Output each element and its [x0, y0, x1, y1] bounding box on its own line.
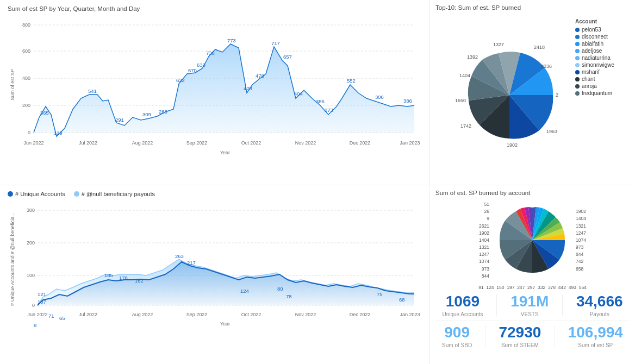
svg-text:1404: 1404 — [459, 73, 470, 78]
legend-label-2: abialfatih — [582, 41, 603, 47]
svg-text:400: 400 — [22, 76, 30, 81]
stat-value-payouts: 34,666 — [576, 293, 623, 310]
stat-est-sp: 106,994 Sum of est SP — [568, 324, 623, 348]
legend-item-1: disconnect — [575, 34, 630, 40]
svg-text:Nov 2022: Nov 2022 — [295, 140, 316, 146]
svg-text:1742: 1742 — [460, 123, 471, 129]
top-right-title: Top-10: Sum of est. SP burned — [435, 4, 630, 11]
bottom-legend-light: # @null beneficiary payouts — [74, 191, 155, 197]
top-left-panel: Sum of est SP by Year, Quarter, Month an… — [0, 0, 429, 185]
top-pie-chart: 2621 1963 1902 1742 1650 1404 1392 1327 … — [450, 38, 558, 152]
bottom-line-chart: 300 200 100 0 # Unique Accounts and # @n… — [8, 199, 421, 346]
svg-text:273: 273 — [325, 107, 333, 113]
bottom-legend-light-label: # @null beneficiary payouts — [82, 191, 155, 197]
svg-text:Sep 2022: Sep 2022 — [186, 140, 208, 146]
legend-label-8: anroja — [582, 83, 597, 89]
svg-text:386: 386 — [316, 98, 325, 104]
legend-item-9: fredquantum — [575, 90, 630, 96]
legend-dot-4 — [575, 56, 580, 60]
bottom-right-title: Sum of est. SP burned by account — [435, 190, 630, 196]
stat-label-unique: Unique Accounts — [442, 311, 483, 317]
legend-label-4: nadiaturrina — [582, 55, 611, 61]
legend-label-7: chant — [582, 76, 595, 82]
svg-text:600: 600 — [22, 48, 30, 54]
legend-list: pelon53 disconnect abialfatih adeljose — [575, 27, 630, 96]
top-right-legend: Account pelon53 disconnect abialfatih — [575, 13, 630, 177]
legend-item-5: simonnwigwe — [575, 62, 630, 68]
svg-text:717: 717 — [271, 40, 280, 46]
stat-label-steem: Sum of STEEM — [499, 342, 541, 348]
stat-value-vests: 191M — [511, 293, 549, 310]
bottom-legend-dark: # Unique Accounts — [8, 191, 65, 197]
svg-text:309: 309 — [142, 111, 151, 117]
svg-text:Sep 2022: Sep 2022 — [186, 312, 208, 317]
svg-text:1902: 1902 — [507, 142, 518, 148]
legend-label-1: disconnect — [582, 34, 608, 40]
svg-text:404: 404 — [294, 91, 303, 97]
svg-text:200: 200 — [22, 103, 30, 108]
legend-label-0: pelon53 — [582, 27, 601, 33]
svg-text:365: 365 — [40, 110, 49, 116]
svg-text:Oct 2022: Oct 2022 — [241, 140, 262, 146]
svg-text:75: 75 — [377, 291, 383, 297]
svg-text:306: 306 — [375, 94, 384, 100]
svg-text:Jan 2023: Jan 2023 — [400, 312, 420, 317]
top-right-panel: Top-10: Sum of est. SP burned — [429, 0, 635, 185]
legend-dot-6 — [575, 70, 580, 74]
stat-value-steem: 72930 — [499, 324, 541, 341]
svg-text:178: 178 — [119, 275, 128, 281]
svg-text:1327: 1327 — [493, 42, 504, 47]
divider-4 — [555, 325, 555, 347]
svg-text:263: 263 — [175, 253, 184, 259]
top-pie-area: 2621 1963 1902 1742 1650 1404 1392 1327 … — [435, 13, 572, 177]
legend-dot-7 — [575, 77, 580, 81]
legend-item-8: anroja — [575, 83, 630, 89]
svg-text:217: 217 — [187, 260, 196, 266]
svg-text:124: 124 — [240, 288, 249, 294]
svg-text:622: 622 — [176, 77, 185, 83]
svg-text:1650: 1650 — [455, 98, 466, 103]
svg-text:285: 285 — [159, 109, 167, 115]
svg-text:2621: 2621 — [556, 92, 558, 98]
top-left-title: Sum of est SP by Year, Quarter, Month an… — [8, 5, 422, 12]
stat-unique-accounts: 1069 Unique Accounts — [442, 293, 483, 317]
svg-text:1392: 1392 — [467, 54, 478, 60]
svg-text:121: 121 — [38, 291, 46, 297]
svg-text:68: 68 — [399, 297, 405, 303]
stat-label-sbd: Sum of SBD — [442, 342, 472, 348]
svg-text:119: 119 — [54, 130, 63, 136]
legend-dot-0 — [575, 28, 580, 32]
legend-item-2: abialfatih — [575, 41, 630, 47]
svg-text:78: 78 — [286, 293, 292, 299]
divider-3 — [485, 325, 485, 347]
svg-text:2236: 2236 — [541, 64, 552, 69]
svg-text:Aug 2022: Aug 2022 — [132, 312, 153, 317]
svg-text:71: 71 — [48, 313, 54, 319]
legend-dot-3 — [575, 49, 580, 53]
stat-vests: 191M VESTS — [511, 293, 549, 317]
bottom-left-panel: # Unique Accounts # @null beneficiary pa… — [0, 185, 429, 364]
legend-item-6: msharif — [575, 69, 630, 75]
pie2-bottom-labels: 91 124 150 197 247 297 332 378 442 493 5… — [435, 285, 630, 290]
pie2-labels-left: 51 26 9 2621 1902 1404 1321 1247 1074 97… — [479, 201, 489, 280]
svg-text:Aug 2022: Aug 2022 — [132, 140, 153, 146]
svg-text:200: 200 — [27, 240, 35, 246]
legend-label-6: msharif — [582, 69, 600, 75]
svg-text:478: 478 — [256, 73, 264, 79]
svg-text:630: 630 — [197, 62, 206, 68]
pie2-labels-right: 1902 1404 1321 1247 1074 973 844 742 658 — [576, 208, 586, 273]
legend-dot-light — [74, 191, 79, 197]
svg-text:162: 162 — [135, 278, 144, 284]
svg-text:2418: 2418 — [534, 45, 545, 50]
stat-label-payouts: Payouts — [576, 311, 623, 317]
legend-title: Account — [575, 18, 630, 24]
svg-text:Jun 2022: Jun 2022 — [27, 312, 47, 317]
legend-label-3: adeljose — [582, 48, 602, 54]
legend-item-7: chant — [575, 76, 630, 82]
svg-text:0: 0 — [32, 303, 35, 308]
stat-sbd: 909 Sum of SBD — [442, 324, 472, 348]
legend-label-9: fredquantum — [582, 90, 612, 96]
legend-dot-2 — [575, 42, 580, 46]
svg-text:Jun 2022: Jun 2022 — [23, 140, 43, 146]
stat-label-est-sp: Sum of est SP — [568, 342, 623, 348]
